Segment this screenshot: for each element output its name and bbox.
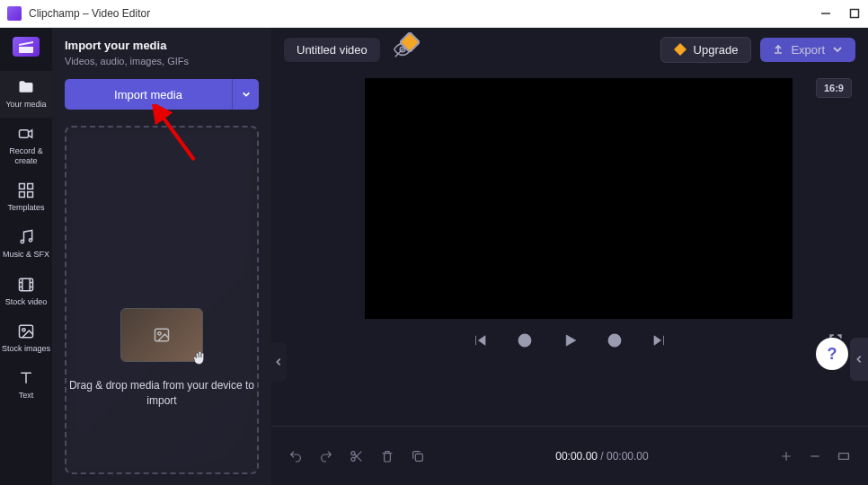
cut-button[interactable] (347, 446, 367, 466)
forward-icon: 5 (607, 332, 623, 348)
svg-rect-2 (20, 130, 29, 137)
chevron-left-icon (855, 355, 864, 364)
nav-label: Stock video (5, 297, 48, 306)
svg-point-19 (158, 332, 161, 335)
playback-controls: 5 5 (271, 328, 868, 353)
redo-icon (319, 449, 333, 463)
window-maximize-button[interactable] (848, 7, 861, 20)
nav-stock-video[interactable]: Stock video (0, 269, 52, 315)
dropzone-thumb (120, 308, 203, 362)
zoom-in-button[interactable] (776, 446, 796, 466)
left-sidebar: Your media Record & create Templates Mus… (0, 28, 52, 485)
export-label: Export (791, 43, 825, 57)
zoom-fit-button[interactable] (834, 446, 854, 466)
camera-icon (17, 125, 35, 143)
svg-text:5: 5 (524, 338, 527, 343)
diamond-icon (400, 32, 420, 52)
svg-rect-5 (20, 192, 25, 198)
window-title: Clipchamp – Video Editor (29, 7, 819, 20)
svg-rect-29 (839, 453, 849, 459)
window-titlebar: Clipchamp – Video Editor (0, 0, 868, 28)
time-sep: / (598, 450, 607, 463)
help-label: ? (828, 345, 837, 364)
app-icon (7, 6, 22, 21)
folder-icon (17, 78, 35, 96)
upload-icon (773, 44, 784, 55)
nav-label: Stock images (2, 344, 50, 353)
window-minimize-button[interactable] (819, 7, 832, 20)
help-button[interactable]: ? (816, 338, 848, 370)
timeline-timecode: 00:00.00 / 00:00.00 (438, 450, 766, 463)
rewind-button[interactable]: 5 (512, 328, 537, 353)
split-button[interactable] (408, 446, 428, 466)
skip-start-button[interactable] (467, 328, 492, 353)
brand-logo[interactable] (13, 37, 40, 57)
zoom-out-button[interactable] (805, 446, 825, 466)
upgrade-button[interactable]: Upgrade (660, 37, 752, 63)
minus-icon (808, 449, 822, 463)
forward-button[interactable]: 5 (602, 328, 627, 353)
svg-rect-16 (20, 325, 33, 337)
skip-end-button[interactable] (647, 328, 672, 353)
nav-record-create[interactable]: Record & create (0, 118, 52, 174)
export-button[interactable]: Export (760, 38, 855, 62)
nav-label: Record & create (0, 146, 52, 165)
nav-stock-images[interactable]: Stock images (0, 315, 52, 362)
svg-point-7 (21, 241, 23, 243)
upgrade-label: Upgrade (694, 43, 739, 57)
play-button[interactable] (557, 328, 582, 353)
music-icon (17, 228, 35, 246)
trash-icon (380, 449, 394, 463)
nav-label: Text (19, 391, 34, 400)
diamond-icon (674, 43, 686, 56)
dropzone-bg (70, 131, 253, 469)
redo-button[interactable] (316, 446, 336, 466)
svg-rect-28 (415, 454, 422, 461)
scissors-icon (350, 449, 364, 463)
skip-back-icon (472, 332, 488, 348)
plus-icon (779, 449, 793, 463)
right-panel-toggle[interactable] (850, 338, 868, 381)
timeline: 00:00.00 / 00:00.00 (271, 426, 868, 485)
nav-music-sfx[interactable]: Music & SFX (0, 221, 52, 268)
topbar: Untitled video Upgrade Export (271, 28, 868, 71)
image-icon (153, 326, 171, 344)
hand-grab-icon (190, 348, 209, 368)
undo-button[interactable] (286, 446, 306, 466)
play-icon (562, 332, 578, 348)
svg-rect-9 (20, 278, 33, 290)
panel-title: Import your media (65, 39, 259, 52)
svg-point-26 (351, 451, 355, 454)
copy-icon (411, 449, 425, 463)
preview-canvas[interactable] (365, 78, 793, 319)
media-dropzone[interactable]: Drag & drop media from your device to im… (65, 126, 259, 474)
preview-visibility-button[interactable] (389, 36, 416, 63)
nav-text[interactable]: Text (0, 362, 52, 409)
film-icon (17, 276, 35, 294)
video-name-input[interactable]: Untitled video (284, 38, 380, 62)
image-icon (17, 322, 35, 340)
fit-icon (837, 449, 851, 463)
svg-rect-3 (20, 184, 25, 190)
nav-your-media[interactable]: Your media (0, 71, 52, 118)
nav-label: Your media (5, 100, 46, 109)
delete-button[interactable] (377, 446, 397, 466)
text-icon (17, 369, 35, 387)
svg-rect-18 (155, 330, 169, 341)
nav-templates[interactable]: Templates (0, 174, 52, 221)
svg-point-8 (29, 239, 31, 242)
grid-icon (17, 181, 35, 199)
chevron-down-icon (832, 44, 843, 55)
panel-subtitle: Videos, audio, images, GIFs (65, 56, 259, 66)
import-media-button[interactable]: Import media (65, 79, 232, 110)
current-time: 00:00.00 (555, 450, 598, 463)
import-media-dropdown[interactable] (232, 79, 259, 110)
main-area: Untitled video Upgrade Export 16:9 5 (271, 28, 868, 485)
svg-rect-6 (28, 192, 33, 198)
preview-area: 16:9 5 5 (271, 71, 868, 426)
total-time: 00:00.00 (607, 450, 649, 463)
nav-label: Music & SFX (3, 250, 49, 259)
svg-point-27 (351, 457, 355, 461)
dropzone-text: Drag & drop media from your device to im… (66, 378, 257, 409)
aspect-ratio-button[interactable]: 16:9 (816, 78, 852, 98)
